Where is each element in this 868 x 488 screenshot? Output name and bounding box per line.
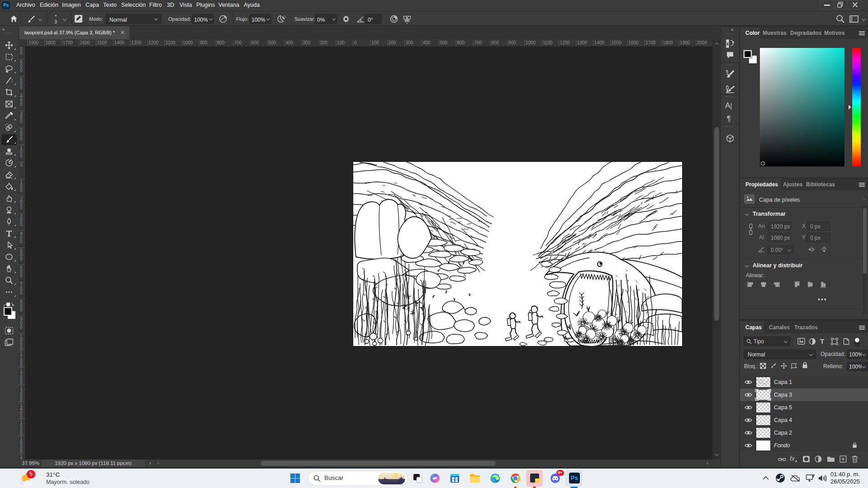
svg-text:2000: 2000 xyxy=(697,40,707,45)
svg-text:0: 0 xyxy=(20,153,23,158)
svg-text:400: 400 xyxy=(285,40,293,45)
svg-text:1900: 1900 xyxy=(680,40,690,45)
svg-text:0: 0 xyxy=(20,380,23,385)
svg-text:500: 500 xyxy=(440,40,448,45)
svg-text:1500: 1500 xyxy=(612,40,622,45)
svg-text:0: 0 xyxy=(20,222,23,227)
svg-text:0: 0 xyxy=(20,346,23,351)
svg-text:0: 0 xyxy=(20,432,23,437)
svg-text:1300: 1300 xyxy=(131,40,142,45)
svg-text:0: 0 xyxy=(20,398,23,403)
svg-text:700: 700 xyxy=(474,40,482,45)
svg-text:0: 0 xyxy=(20,68,23,73)
svg-text:800: 800 xyxy=(491,40,499,45)
svg-text:0: 0 xyxy=(20,449,23,454)
svg-text:500: 500 xyxy=(269,40,276,45)
svg-text:800: 800 xyxy=(217,40,225,45)
svg-text:1200: 1200 xyxy=(560,40,570,45)
svg-text:0: 0 xyxy=(20,188,23,193)
svg-text:100: 100 xyxy=(337,40,345,45)
svg-text:1600: 1600 xyxy=(80,40,90,45)
svg-text:0: 0 xyxy=(20,308,23,313)
svg-text:0: 0 xyxy=(20,325,23,330)
svg-text:600: 600 xyxy=(457,40,465,45)
svg-text:1100: 1100 xyxy=(166,40,175,45)
svg-text:1700: 1700 xyxy=(63,40,73,45)
svg-text:0: 0 xyxy=(20,205,23,210)
svg-text:300: 300 xyxy=(303,40,310,45)
svg-text:0: 0 xyxy=(20,136,23,141)
svg-text:1800: 1800 xyxy=(46,40,56,45)
svg-text:900: 900 xyxy=(508,40,516,45)
svg-text:1900: 1900 xyxy=(28,40,39,45)
svg-text:200: 200 xyxy=(389,40,396,45)
svg-text:0: 0 xyxy=(20,85,23,90)
svg-text:600: 600 xyxy=(251,40,259,45)
svg-text:0: 0 xyxy=(20,119,23,124)
svg-text:0: 0 xyxy=(20,162,23,167)
svg-text:0: 0 xyxy=(20,256,23,261)
svg-text:700: 700 xyxy=(234,40,242,45)
svg-text:1200: 1200 xyxy=(148,40,159,45)
svg-text:300: 300 xyxy=(406,40,413,45)
svg-text:400: 400 xyxy=(423,40,431,45)
svg-text:0: 0 xyxy=(20,363,23,368)
svg-text:200: 200 xyxy=(320,40,327,45)
svg-text:1700: 1700 xyxy=(645,40,656,45)
svg-text:100: 100 xyxy=(371,40,379,45)
svg-text:1300: 1300 xyxy=(577,40,588,45)
svg-text:1000: 1000 xyxy=(526,40,536,45)
svg-text:0: 0 xyxy=(20,102,23,107)
svg-text:1000: 1000 xyxy=(183,40,193,45)
svg-text:900: 900 xyxy=(200,40,208,45)
svg-text:1100: 1100 xyxy=(543,40,553,45)
svg-text:0: 0 xyxy=(20,415,23,420)
svg-text:1600: 1600 xyxy=(628,40,639,45)
svg-text:0: 0 xyxy=(20,51,23,56)
svg-text:1400: 1400 xyxy=(594,40,605,45)
svg-text:0: 0 xyxy=(20,290,23,295)
svg-text:1400: 1400 xyxy=(114,40,124,45)
svg-text:1800: 1800 xyxy=(663,40,673,45)
svg-text:1500: 1500 xyxy=(97,40,108,45)
svg-text:0: 0 xyxy=(20,273,23,278)
svg-text:0: 0 xyxy=(20,239,23,244)
svg-text:0: 0 xyxy=(354,40,357,45)
